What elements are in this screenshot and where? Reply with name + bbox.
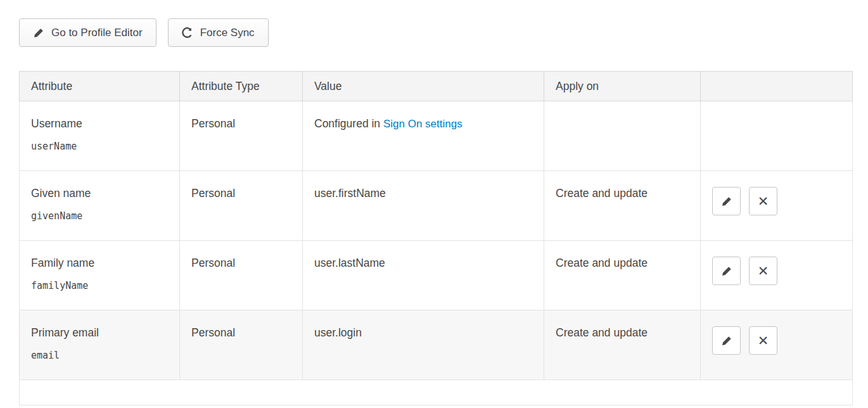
toolbar: Go to Profile Editor Force Sync xyxy=(19,18,852,47)
edit-attribute-button[interactable] xyxy=(712,187,741,215)
table-header: Attribute Attribute Type Value Apply on xyxy=(20,72,853,101)
table-row-primary-email: Primary email email Personal user.login … xyxy=(20,310,853,380)
pencil-icon xyxy=(722,266,732,276)
attribute-label: Family name xyxy=(31,257,168,270)
force-sync-label: Force Sync xyxy=(200,27,255,39)
apply-on-text: Create and update xyxy=(556,187,648,200)
edit-attribute-button[interactable] xyxy=(712,257,741,285)
close-icon: ✕ xyxy=(758,334,769,347)
value-text: user.login xyxy=(314,326,362,339)
pencil-icon xyxy=(722,196,732,207)
value-text: user.firstName xyxy=(314,187,386,200)
attribute-variable: familyName xyxy=(31,280,168,291)
table-row-empty xyxy=(20,380,853,405)
apply-on-text: Create and update xyxy=(556,326,648,339)
column-header-apply-on: Apply on xyxy=(544,72,701,101)
attribute-variable: userName xyxy=(31,141,168,152)
attribute-variable: email xyxy=(31,350,168,361)
go-to-profile-editor-label: Go to Profile Editor xyxy=(51,27,143,39)
row-actions: ✕ xyxy=(712,257,841,285)
close-icon: ✕ xyxy=(758,194,769,208)
table-row-username: Username userName Personal Configured in… xyxy=(20,101,853,171)
row-actions: ✕ xyxy=(712,187,841,215)
value-text: Configured in xyxy=(314,117,383,130)
refresh-icon xyxy=(182,27,193,39)
apply-on-text: Create and update xyxy=(556,257,648,269)
row-actions: ✕ xyxy=(712,326,841,355)
attribute-type: Personal xyxy=(191,117,235,130)
attribute-label: Primary email xyxy=(31,326,168,340)
attribute-mappings-page: Go to Profile Editor Force Sync Attribut… xyxy=(0,0,868,405)
column-header-attribute: Attribute xyxy=(20,72,180,101)
attribute-label: Username xyxy=(31,117,168,131)
remove-attribute-button[interactable]: ✕ xyxy=(749,326,777,355)
pencil-icon xyxy=(722,336,732,346)
attribute-mapping-table: Attribute Attribute Type Value Apply on … xyxy=(19,71,853,405)
force-sync-button[interactable]: Force Sync xyxy=(168,18,269,47)
attribute-type: Personal xyxy=(191,187,235,200)
go-to-profile-editor-button[interactable]: Go to Profile Editor xyxy=(19,18,156,47)
table-row-family-name: Family name familyName Personal user.las… xyxy=(20,241,853,310)
attribute-label: Given name xyxy=(31,187,168,200)
remove-attribute-button[interactable]: ✕ xyxy=(749,257,777,285)
value-text: user.lastName xyxy=(314,257,385,269)
column-header-attribute-type: Attribute Type xyxy=(180,72,303,101)
sign-on-settings-link[interactable]: Sign On settings xyxy=(383,118,463,130)
attribute-variable: givenName xyxy=(31,210,168,222)
attribute-type: Personal xyxy=(191,326,235,339)
edit-attribute-button[interactable] xyxy=(712,326,741,355)
remove-attribute-button[interactable]: ✕ xyxy=(749,187,777,215)
table-row-given-name: Given name givenName Personal user.first… xyxy=(20,171,853,241)
pencil-icon xyxy=(33,27,44,39)
column-header-value: Value xyxy=(303,72,544,101)
attribute-type: Personal xyxy=(191,257,235,269)
close-icon: ✕ xyxy=(758,264,769,277)
column-header-actions xyxy=(701,72,853,101)
